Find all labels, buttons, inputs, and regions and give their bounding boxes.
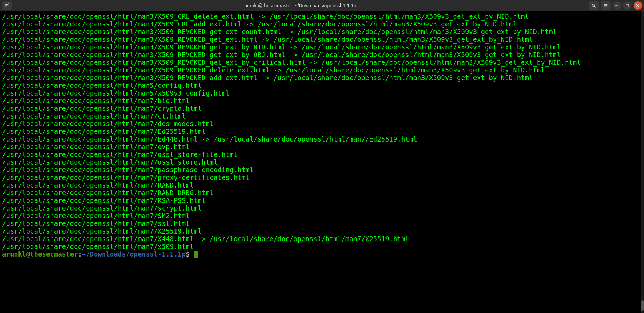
minimize-button[interactable] [613,1,621,10]
output-line: /usr/local/share/doc/openssl/html/man7/p… [2,166,642,174]
svg-point-1 [592,4,595,7]
output-line: /usr/local/share/doc/openssl/html/man3/X… [2,43,642,51]
prompt-colon: : [78,250,82,258]
output-line: /usr/local/share/doc/openssl/html/man7/s… [2,220,642,227]
output-line: /usr/local/share/doc/openssl/html/man7/E… [2,128,642,135]
close-button[interactable] [634,1,642,10]
output-line: /usr/local/share/doc/openssl/html/man7/X… [2,235,642,243]
output-line: /usr/local/share/doc/openssl/html/man3/X… [2,28,642,36]
output-line: /usr/local/share/doc/openssl/html/man7/e… [2,143,642,151]
output-line: /usr/local/share/doc/openssl/html/man7/R… [2,181,642,189]
titlebar: arunkl@thesecmaster: ~/Downloads/openssl… [0,0,644,11]
output-line: /usr/local/share/doc/openssl/html/man5/x… [2,89,642,97]
cursor-block [194,251,198,258]
prompt-dollar: $ [186,250,194,258]
output-line: /usr/local/share/doc/openssl/html/man7/X… [2,227,642,235]
output-line: /usr/local/share/doc/openssl/html/man7/c… [2,112,642,120]
search-button[interactable] [589,1,599,10]
new-tab-button[interactable] [2,1,12,10]
maximize-button[interactable] [623,1,631,10]
output-line: /usr/local/share/doc/openssl/html/man3/X… [2,36,642,43]
terminal-output: /usr/local/share/doc/openssl/html/man3/X… [2,13,642,250]
window-title: arunkl@thesecmaster: ~/Downloads/openssl… [12,2,589,9]
scrollbar-thumb[interactable] [641,300,644,311]
output-line: /usr/local/share/doc/openssl/html/man7/b… [2,97,642,105]
hamburger-menu-button[interactable] [601,1,611,10]
vertical-scrollbar[interactable] [641,11,644,313]
output-line: /usr/local/share/doc/openssl/html/man7/x… [2,243,642,250]
output-line: /usr/local/share/doc/openssl/html/man7/d… [2,120,642,128]
output-line: /usr/local/share/doc/openssl/html/man5/c… [2,82,642,89]
output-line: /usr/local/share/doc/openssl/html/man3/X… [2,74,642,82]
output-line: /usr/local/share/doc/openssl/html/man7/E… [2,135,642,143]
output-line: /usr/local/share/doc/openssl/html/man7/o… [2,151,642,158]
output-line: /usr/local/share/doc/openssl/html/man7/R… [2,189,642,197]
prompt-path: ~/Downloads/openssl-1.1.1p [82,250,186,258]
output-line: /usr/local/share/doc/openssl/html/man3/X… [2,59,642,66]
output-line: /usr/local/share/doc/openssl/html/man7/R… [2,197,642,204]
output-line: /usr/local/share/doc/openssl/html/man3/X… [2,66,642,74]
output-line: /usr/local/share/doc/openssl/html/man3/X… [2,20,642,28]
shell-prompt: arunkl@thesecmaster:~/Downloads/openssl-… [2,250,642,258]
output-line: /usr/local/share/doc/openssl/html/man3/X… [2,13,642,20]
prompt-user-host: arunkl@thesecmaster [2,250,78,258]
output-line: /usr/local/share/doc/openssl/html/man3/X… [2,51,642,59]
output-line: /usr/local/share/doc/openssl/html/man7/S… [2,212,642,220]
terminal-viewport[interactable]: /usr/local/share/doc/openssl/html/man3/X… [0,11,644,313]
output-line: /usr/local/share/doc/openssl/html/man7/s… [2,204,642,212]
output-line: /usr/local/share/doc/openssl/html/man7/p… [2,174,642,181]
output-line: /usr/local/share/doc/openssl/html/man7/o… [2,158,642,166]
svg-rect-2 [626,4,629,7]
output-line: /usr/local/share/doc/openssl/html/man7/c… [2,105,642,112]
